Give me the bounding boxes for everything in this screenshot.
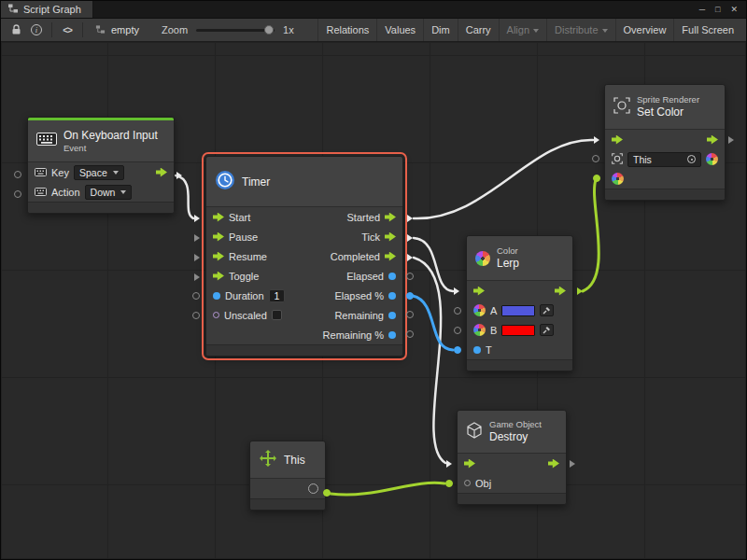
value-port-icon[interactable] (388, 312, 396, 319)
wire-elapsed-to-t[interactable] (413, 296, 453, 350)
dim-button[interactable]: Dim (423, 19, 458, 41)
node-timer[interactable]: Timer Start Started Pause Tick Resume (205, 156, 403, 357)
graph-breadcrumb[interactable]: empty (88, 24, 147, 36)
port-timer-completed-out[interactable] (407, 254, 413, 261)
wire-timer-tick-to-lerp[interactable] (414, 238, 453, 291)
node-destroy[interactable]: Game Object Destroy Obj (457, 410, 567, 505)
gameobject-port-icon[interactable] (308, 483, 318, 494)
port-destroy-obj-in[interactable] (445, 480, 453, 487)
wire-this-to-obj[interactable] (331, 483, 444, 495)
flow-in-icon[interactable] (612, 135, 623, 145)
target-object-field[interactable]: This (627, 152, 701, 167)
value-port-icon[interactable] (473, 346, 481, 354)
color-a-swatch[interactable] (501, 305, 535, 316)
port-this-out[interactable] (323, 489, 331, 497)
flow-out-icon[interactable] (385, 232, 396, 242)
tab-script-graph[interactable]: Script Graph (1, 1, 93, 18)
wire-keyboard-to-timer-start[interactable] (176, 175, 193, 218)
port-keyboard-trigger-out[interactable] (176, 172, 182, 179)
close-icon[interactable]: ✕ (730, 5, 738, 14)
port-timer-remaining-out[interactable] (406, 311, 414, 318)
port-setcolor-flow-in[interactable] (594, 136, 599, 144)
port-lerp-t-in[interactable] (454, 346, 461, 354)
keyboard-icon (36, 133, 57, 149)
flow-out-icon[interactable] (385, 213, 396, 222)
flow-out-icon[interactable] (707, 135, 718, 145)
port-setcolor-target-in[interactable] (592, 155, 599, 162)
zoom-slider[interactable] (196, 29, 275, 32)
port-lerp-a-in[interactable] (454, 307, 461, 315)
port-destroy-flow-out[interactable] (570, 460, 575, 468)
wire-timer-started-to-setcolor[interactable] (414, 140, 593, 218)
maximize-icon[interactable]: □ (715, 5, 720, 14)
distribute-button[interactable]: Distribute (546, 19, 614, 41)
duration-input[interactable]: 1 (269, 289, 286, 302)
port-timer-unscaled-in[interactable] (192, 312, 200, 319)
fullscreen-button[interactable]: Full Screen (673, 19, 741, 41)
port-timer-start-in[interactable] (194, 215, 200, 222)
wire-timer-completed-to-destroy[interactable] (414, 258, 445, 463)
port-keyboard-action-in[interactable] (14, 190, 21, 198)
info-icon[interactable]: i (26, 24, 47, 35)
unscaled-checkbox[interactable] (272, 310, 282, 320)
graph-canvas[interactable]: On Keyboard Input Event Key Space Action… (2, 43, 745, 558)
port-timer-elapsed-out[interactable] (406, 273, 414, 280)
lock-icon[interactable] (6, 24, 26, 35)
port-setcolor-flow-out[interactable] (728, 136, 734, 144)
flow-in-icon[interactable] (464, 459, 475, 469)
port-lerp-flow-in[interactable] (454, 287, 459, 295)
node-on-keyboard-input[interactable]: On Keyboard Input Event Key Space Action… (27, 117, 175, 214)
align-button[interactable]: Align (499, 19, 546, 41)
value-port-icon[interactable] (388, 331, 396, 339)
flow-in-icon[interactable] (473, 287, 485, 296)
port-destroy-flow-in[interactable] (446, 460, 452, 468)
value-port-icon[interactable] (388, 292, 396, 300)
value-port-icon[interactable] (213, 312, 219, 318)
flow-out-icon[interactable] (555, 287, 566, 296)
port-timer-elapsedpct-out[interactable] (406, 292, 414, 300)
node-this[interactable]: This (249, 441, 326, 511)
port-timer-started-out[interactable] (407, 215, 413, 222)
minimize-icon[interactable]: ─ (699, 5, 705, 14)
value-port-icon[interactable] (464, 480, 471, 486)
flow-out-icon[interactable] (548, 459, 559, 469)
color-out-port-icon[interactable] (706, 153, 718, 165)
relations-button[interactable]: Relations (317, 19, 376, 41)
node-color-lerp[interactable]: Color Lerp A B (466, 235, 573, 371)
eyedropper-icon[interactable] (540, 324, 554, 336)
value-port-icon[interactable] (213, 292, 220, 300)
color-b-swatch[interactable] (501, 325, 535, 336)
port-timer-toggle-in[interactable] (194, 273, 200, 281)
flow-in-icon[interactable] (213, 272, 224, 281)
object-picker-icon[interactable] (687, 155, 696, 163)
overview-button[interactable]: Overview (615, 19, 674, 41)
carry-button[interactable]: Carry (458, 19, 499, 41)
port-label: Duration (225, 290, 264, 301)
node-set-color[interactable]: Sprite Renderer Set Color This (604, 84, 726, 201)
port-timer-resume-in[interactable] (194, 254, 200, 261)
port-timer-pause-in[interactable] (194, 234, 200, 242)
color-in-port-icon[interactable] (612, 173, 624, 185)
port-lerp-result-out[interactable] (577, 287, 583, 295)
port-timer-duration-in[interactable] (192, 292, 200, 300)
key-dropdown[interactable]: Space (74, 165, 124, 180)
code-view-icon[interactable]: <> (57, 25, 78, 35)
zoom-slider-handle[interactable] (264, 25, 274, 35)
color-port-icon[interactable] (473, 304, 486, 316)
action-dropdown[interactable]: Down (85, 185, 133, 200)
eyedropper-icon[interactable] (540, 304, 554, 316)
port-setcolor-color-in[interactable] (593, 175, 600, 182)
values-button[interactable]: Values (376, 19, 423, 41)
flow-out-icon[interactable] (385, 252, 396, 261)
flow-in-icon[interactable] (213, 213, 224, 222)
flow-out-icon[interactable] (156, 168, 167, 177)
port-keyboard-key-in[interactable] (14, 171, 21, 178)
port-timer-remainingpct-out[interactable] (406, 330, 414, 338)
wire-lerp-to-color[interactable] (583, 180, 599, 291)
flow-in-icon[interactable] (213, 252, 224, 261)
flow-in-icon[interactable] (213, 232, 224, 242)
color-port-icon[interactable] (473, 324, 486, 336)
value-port-icon[interactable] (388, 273, 396, 280)
port-timer-tick-out[interactable] (407, 234, 413, 242)
port-lerp-b-in[interactable] (454, 327, 461, 334)
